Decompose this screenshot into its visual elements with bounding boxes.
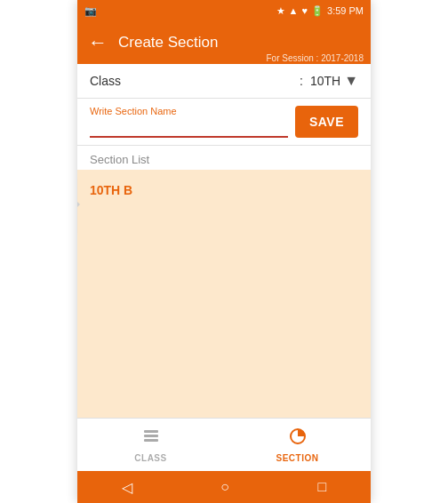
svg-rect-0: [144, 439, 158, 442]
section-name-input[interactable]: [90, 118, 288, 138]
nav-back-button[interactable]: ◁: [111, 475, 143, 499]
page-title: Create Section: [118, 34, 360, 52]
tab-class[interactable]: CLASS: [77, 419, 224, 471]
class-colon: :: [300, 74, 303, 88]
tab-section[interactable]: SECTION: [224, 419, 371, 471]
class-selector[interactable]: 10TH ▼: [310, 73, 358, 89]
class-label: Class: [90, 74, 300, 88]
session-label: For Session : 2017-2018: [266, 53, 364, 63]
back-button[interactable]: ←: [88, 31, 108, 54]
input-floating-label: Write Section Name: [90, 106, 288, 116]
section-list-item[interactable]: 10TH B: [90, 183, 132, 197]
status-bar-right: ★ ▲ ♥ 🔋 3:59 PM: [276, 5, 364, 17]
input-row: Write Section Name SAVE: [77, 99, 371, 146]
section-list-area: Update section name 10TH B: [77, 170, 371, 418]
section-list-label: Section List: [77, 146, 371, 170]
svg-rect-1: [144, 435, 158, 437]
status-bar: 📷 ★ ▲ ♥ 🔋 3:59 PM: [77, 0, 371, 21]
bluetooth-status-icon: ★: [276, 5, 285, 17]
nav-recent-button[interactable]: □: [308, 475, 338, 499]
top-bar: ← Create Section For Session : 2017-2018: [77, 21, 371, 64]
wifi-icon: ▲: [289, 5, 299, 16]
section-tab-icon: [288, 427, 308, 451]
tab-bar: CLASS SECTION: [77, 418, 371, 471]
status-bar-left: 📷: [84, 5, 97, 17]
class-value: 10TH: [310, 74, 340, 88]
time-display: 3:59 PM: [327, 5, 364, 16]
save-button[interactable]: SAVE: [295, 106, 358, 138]
nav-bar: ◁ ○ □: [77, 471, 371, 503]
svg-rect-2: [144, 430, 158, 433]
section-tab-label: SECTION: [276, 453, 319, 463]
phone-frame: 📷 ★ ▲ ♥ 🔋 3:59 PM ← Create Section For S…: [77, 0, 371, 503]
class-tab-label: CLASS: [134, 453, 166, 463]
nav-home-button[interactable]: ○: [210, 475, 240, 499]
section-name-field-wrapper: Write Section Name: [90, 106, 288, 138]
bluetooth-icon: 📷: [84, 5, 97, 17]
dropdown-arrow-icon: ▼: [344, 73, 358, 89]
class-row[interactable]: Class : 10TH ▼: [77, 64, 371, 99]
battery-icon: 🔋: [311, 5, 324, 17]
class-tab-icon: [141, 427, 161, 451]
section-item-wrapper: Update section name 10TH B: [90, 182, 132, 198]
content-area: Class : 10TH ▼ Write Section Name SAVE S…: [77, 64, 371, 418]
signal-icon: ♥: [302, 5, 308, 16]
